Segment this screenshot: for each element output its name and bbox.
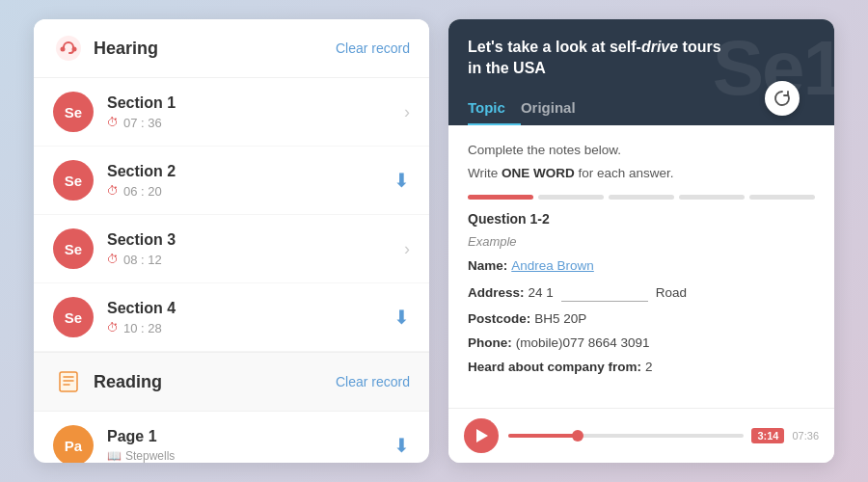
section-item-4[interactable]: Se Section 4 ⏱ 10 : 28 ⬇	[34, 283, 429, 352]
section-3-info: Section 3 ⏱ 08 : 12	[107, 231, 404, 267]
page-1-name: Page 1	[107, 428, 393, 445]
player-total-time: 07:36	[792, 430, 819, 442]
section-3-name: Section 3	[107, 231, 404, 249]
left-panel: Hearing Clear record Se Section 1 ⏱ 07 :…	[34, 19, 429, 463]
tab-original[interactable]: Original	[521, 92, 591, 125]
svg-point-1	[61, 47, 66, 52]
player-track[interactable]	[508, 434, 744, 438]
reading-header-left: Reading	[53, 366, 162, 397]
instruction-2: Write ONE WORD for each answer.	[468, 164, 815, 183]
hearing-header: Hearing Clear record	[34, 19, 429, 78]
reading-clear-record[interactable]: Clear record	[336, 374, 410, 389]
page-1-sub: 📖 Stepwells	[107, 449, 393, 463]
section-1-chevron: ›	[404, 102, 410, 122]
field-address-label: Address:	[468, 285, 525, 300]
section-2-download[interactable]: ⬇	[393, 169, 410, 192]
tab-topic[interactable]: Topic	[468, 92, 521, 125]
progress-seg-4	[679, 195, 745, 200]
clock-icon-1: ⏱	[107, 116, 119, 129]
field-address: Address: 24 1 Road	[468, 282, 815, 302]
player-bar-wrap: 3:14 07:36	[508, 428, 819, 443]
field-address-input[interactable]	[561, 282, 648, 302]
progress-seg-3	[609, 195, 674, 200]
tabs: Topic Original	[468, 92, 815, 125]
field-heard-value: 2	[645, 360, 653, 374]
section-1-name: Section 1	[107, 94, 404, 112]
section-1-info: Section 1 ⏱ 07 : 36	[107, 94, 404, 130]
reading-title: Reading	[94, 372, 162, 392]
hearing-clear-record[interactable]: Clear record	[336, 40, 410, 56]
section-3-avatar: Se	[53, 228, 94, 269]
page-1-info: Page 1 📖 Stepwells	[107, 428, 393, 463]
field-heard: Heard about company from: 2	[468, 360, 815, 374]
section-list: Se Section 1 ⏱ 07 : 36 › Se Section 2 ⏱ …	[34, 78, 429, 463]
bottom-player: 3:14 07:36	[448, 408, 834, 463]
field-phone-label: Phone:	[468, 335, 512, 350]
right-title: Let's take a look at self-drive tours in…	[468, 37, 738, 80]
clock-icon-2: ⏱	[107, 184, 119, 198]
field-phone-value: (mobile)077 8664 3091	[516, 335, 650, 350]
field-address-prefix: 24 1	[529, 285, 554, 300]
section-2-avatar: Se	[53, 160, 94, 201]
reading-header: Reading Clear record	[34, 352, 429, 412]
field-name-value: Andrea Brown	[511, 258, 594, 273]
field-postcode-value: BH5 20P	[534, 311, 586, 326]
field-postcode-label: Postcode:	[468, 311, 530, 326]
section-2-time: ⏱ 06 : 20	[107, 184, 393, 199]
replay-button[interactable]	[765, 81, 800, 116]
page-1-download[interactable]: ⬇	[393, 434, 410, 457]
progress-seg-2	[538, 195, 604, 200]
section-3-time: ⏱ 08 : 12	[107, 253, 404, 267]
section-item-1[interactable]: Se Section 1 ⏱ 07 : 36 ›	[34, 78, 429, 147]
field-phone: Phone: (mobile)077 8664 3091	[468, 335, 815, 350]
right-content: Complete the notes below. Write ONE WORD…	[448, 125, 834, 408]
page-1-avatar: Pa	[53, 425, 94, 463]
section-4-time: ⏱ 10 : 28	[107, 321, 393, 335]
clock-icon-4: ⏱	[107, 321, 119, 335]
hearing-header-left: Hearing	[53, 33, 158, 64]
right-header: Se1 Let's take a look at self-drive tour…	[448, 19, 834, 125]
field-heard-label: Heard about company from:	[468, 360, 641, 374]
svg-rect-3	[60, 372, 77, 391]
reading-icon	[53, 366, 84, 397]
field-address-suffix: Road	[656, 285, 687, 300]
section-1-avatar: Se	[53, 92, 94, 132]
progress-bar	[468, 195, 815, 200]
section-4-avatar: Se	[53, 297, 94, 337]
example-label: Example	[468, 234, 815, 249]
section-item-2[interactable]: Se Section 2 ⏱ 06 : 20 ⬇	[34, 147, 429, 215]
player-current-time: 3:14	[751, 428, 784, 443]
right-panel: Se1 Let's take a look at self-drive tour…	[448, 19, 834, 463]
section-4-download[interactable]: ⬇	[393, 306, 410, 329]
svg-point-0	[56, 36, 81, 61]
section-4-info: Section 4 ⏱ 10 : 28	[107, 300, 393, 335]
reading-item-1[interactable]: Pa Page 1 📖 Stepwells ⬇	[34, 412, 429, 463]
svg-point-2	[72, 47, 77, 52]
section-2-info: Section 2 ⏱ 06 : 20	[107, 163, 393, 199]
player-progress	[508, 434, 579, 438]
field-name-label: Name:	[468, 258, 507, 273]
question-label: Question 1-2	[468, 211, 815, 227]
progress-seg-1	[468, 195, 533, 200]
book-icon: 📖	[107, 449, 122, 463]
progress-seg-5	[749, 195, 815, 200]
section-1-time: ⏱ 07 : 36	[107, 116, 404, 130]
section-item-3[interactable]: Se Section 3 ⏱ 08 : 12 ›	[34, 215, 429, 283]
hearing-title: Hearing	[94, 39, 158, 59]
section-4-name: Section 4	[107, 300, 393, 317]
clock-icon-3: ⏱	[107, 253, 119, 266]
play-button[interactable]	[464, 418, 499, 453]
field-name: Name: Andrea Brown	[468, 258, 815, 273]
section-3-chevron: ›	[404, 239, 410, 259]
section-2-name: Section 2	[107, 163, 393, 180]
hearing-icon	[53, 33, 84, 64]
field-postcode: Postcode: BH5 20P	[468, 311, 815, 326]
instruction-1: Complete the notes below.	[468, 141, 815, 160]
